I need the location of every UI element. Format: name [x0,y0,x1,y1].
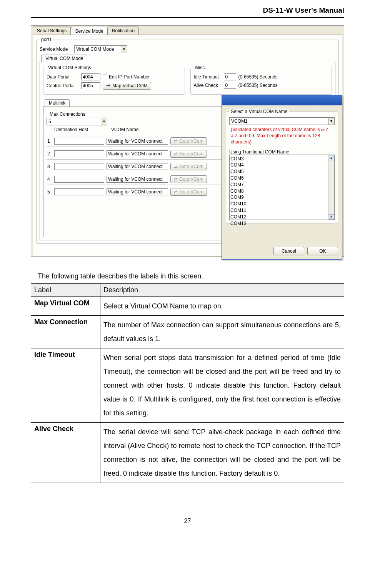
service-mode-value: Virtual COM Mode [75,47,121,52]
list-item[interactable]: COM6 [230,175,333,182]
table-row: Max Connection The number of Max connect… [31,316,344,348]
chevron-down-icon: ▼ [328,118,334,125]
goto-vcom-button[interactable]: ⇄ Goto VCom [170,150,207,158]
checkbox-icon [103,75,107,79]
max-connections-value: 5 [47,119,101,124]
select-vcom-group: Select a Virtual COM Name VCOM1 ▼ (Valid… [226,112,338,223]
data-port-input[interactable]: 4004 [81,73,100,80]
dialog-titlebar[interactable] [222,95,342,105]
page-number: 27 [31,518,344,525]
traditional-com-label: Using Traditional COM Name [229,149,335,155]
idle-timeout-input[interactable]: 0 [224,73,236,80]
edit-ip-port-checkbox[interactable]: Edit IP Port Number [103,74,150,80]
select-vcom-dialog: Select a Virtual COM Name VCOM1 ▼ (Valid… [222,95,342,260]
screenshot-panel: Serial Settings Service Mode Notificatio… [31,25,344,257]
doc-header-title: DS-11-W User's Manual [31,6,344,18]
destination-host-input[interactable] [54,176,104,183]
list-item[interactable]: COM4 [230,162,333,168]
goto-vcom-label: Goto VCom [179,177,203,182]
vcom-name-input[interactable]: Waiting for VCOM connect [107,188,168,195]
vcom-name-dropdown[interactable]: VCOM1 ▼ [229,117,335,125]
vcom-name-input[interactable]: Waiting for VCOM connect [107,163,168,170]
row-number: 2 [47,151,52,157]
select-vcom-legend: Select a Virtual COM Name [229,109,289,114]
list-item[interactable]: COM8 [230,188,333,195]
idle-timeout-label: Idle Timeout [194,74,222,80]
cell-desc: The serial device will send TCP alive-ch… [100,423,344,483]
control-port-input[interactable]: 4005 [81,82,100,89]
row-number: 5 [47,189,52,195]
map-virtual-com-button[interactable]: ⮕ Map Virtual COM [103,82,151,90]
destination-host-input[interactable] [54,188,104,195]
list-item[interactable]: COM13 [230,220,333,227]
table-intro-text: The following table describes the labels… [38,272,344,280]
scroll-down-icon[interactable]: ▾ [329,214,334,220]
table-row: Map Virtual COM Select a Virtual COM Nam… [31,297,344,316]
link-arrow-icon: ⮕ [106,83,111,88]
destination-host-input[interactable] [54,150,104,157]
scrollbar[interactable]: ▴ ▾ [328,155,334,220]
cell-desc: When serial port stops data transmission… [100,348,344,423]
vcom-name-input[interactable]: Waiting for VCOM connect [107,150,168,157]
port1-legend: port1 [40,37,53,42]
th-description: Description [100,284,344,297]
vcom-settings-legend: Virtual COM Settings [47,65,93,70]
link-icon: ⇄ [174,177,178,182]
cell-label: Map Virtual COM [31,297,100,316]
traditional-com-listbox[interactable]: COM3 COM4 COM5 COM6 COM7 COM8 COM9 COM10… [229,155,335,220]
tab-serial-settings[interactable]: Serial Settings [33,27,71,35]
link-icon: ⇄ [174,189,178,195]
list-item[interactable]: COM9 [230,194,333,201]
list-item[interactable]: COM12 [230,214,333,220]
tab-notification[interactable]: Notification [108,27,139,35]
goto-vcom-button[interactable]: ⇄ Goto VCom [170,137,207,145]
link-icon: ⇄ [174,138,178,144]
list-item[interactable]: COM3 [230,156,333,162]
vcom-name-input[interactable]: Waiting for VCOM connect [107,176,168,183]
service-mode-dropdown[interactable]: Virtual COM Mode ▼ [74,45,127,53]
alive-check-label: Alive Check [194,83,222,88]
row-number: 1 [47,138,52,144]
map-virtual-com-label: Map Virtual COM [112,83,148,88]
max-connections-dropdown[interactable]: 5 ▼ [47,118,107,125]
th-label: Label [31,284,100,297]
list-item[interactable]: COM10 [230,201,333,207]
destination-host-input[interactable] [54,163,104,170]
scroll-up-icon[interactable]: ▴ [329,155,334,160]
row-number: 3 [47,164,52,169]
cell-label: Max Connection [31,316,100,348]
goto-vcom-label: Goto VCom [179,151,203,157]
link-icon: ⇄ [174,151,178,157]
goto-vcom-button[interactable]: ⇄ Goto VCom [170,163,207,170]
alive-check-input[interactable]: 0 [224,82,236,89]
alive-check-hint: (0-65535) Seconds [238,83,278,88]
vcom-name-dropdown-value: VCOM1 [230,118,328,124]
description-table: Label Description Map Virtual COM Select… [31,283,344,483]
row-number: 4 [47,177,52,182]
list-item[interactable]: COM5 [230,168,333,175]
list-item[interactable]: COM7 [230,182,333,188]
list-item[interactable]: COM11 [230,207,333,214]
data-port-label: Data Port# [47,74,79,80]
table-row: Alive Check The serial device will send … [31,423,344,483]
goto-vcom-label: Goto VCom [179,138,203,144]
vcom-name-input[interactable]: Waiting for VCOM connect [107,138,168,145]
destination-host-input[interactable] [54,138,104,145]
edit-ip-port-label: Edit IP Port Number [109,74,150,80]
goto-vcom-button[interactable]: ⇄ Goto VCom [170,175,207,183]
cancel-button[interactable]: Cancel [273,247,304,255]
cell-desc: Select a Virtual COM Name to map on. [100,297,344,316]
tab-service-mode[interactable]: Service Mode [71,27,107,35]
tab-virtual-com-mode[interactable]: Virtual COM Mode [41,55,87,62]
ok-button[interactable]: OK [307,247,338,255]
col-destination-host: Destination Host [54,127,88,132]
chevron-down-icon: ▼ [121,46,127,53]
vcom-settings-group: Virtual COM Settings Data Port# 4004 Edi… [43,68,185,95]
col-vcom-name: VCOM Name [111,127,138,132]
control-port-label: Control Port# [47,83,79,88]
tab-multilink[interactable]: Multilink [45,99,70,107]
table-row: Idle Timeout When serial port stops data… [31,348,344,423]
goto-vcom-button[interactable]: ⇄ Goto VCom [170,188,207,196]
misc-group: Misc. Idle Timeout 0 (0-65535) Seconds A… [190,68,332,95]
cell-label: Idle Timeout [31,348,100,423]
